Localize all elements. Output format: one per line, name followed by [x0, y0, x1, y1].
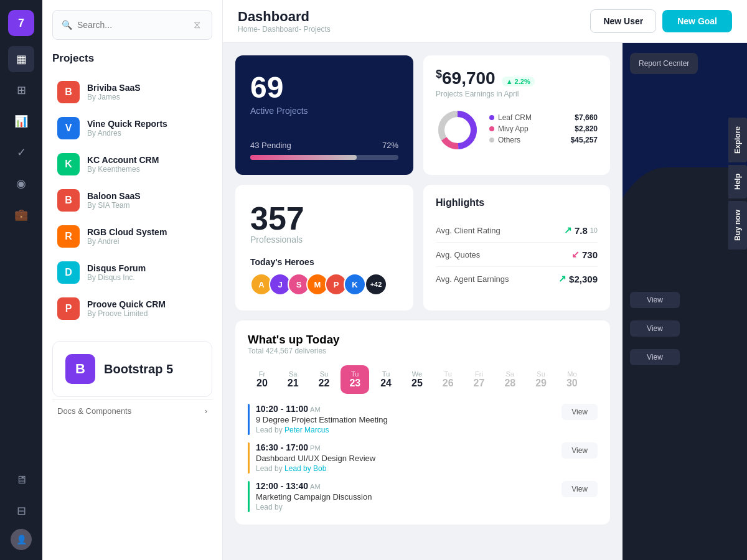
event-lead-link[interactable]: Lead by Bob [284, 464, 326, 473]
avatar: K [344, 273, 366, 296]
day-name: Sa [506, 370, 514, 378]
buy-now-tab[interactable]: Buy now [728, 201, 747, 250]
project-name: RGB Cloud System [87, 227, 167, 237]
legend-item: Mivy App $2,820 [489, 124, 598, 133]
search-input[interactable] [77, 20, 186, 30]
professionals-label: Professionals [250, 235, 398, 245]
new-user-button[interactable]: New User [590, 9, 656, 33]
main-area: Dashboard Home- Dashboard- Projects New … [223, 0, 747, 560]
event-line [248, 442, 250, 474]
legend-item: Others $45,257 [489, 136, 598, 144]
legend-dot [489, 115, 494, 120]
day-name: Fri [475, 370, 483, 378]
project-logo: P [57, 297, 80, 320]
project-logo: B [57, 189, 80, 212]
day-name: Tu [351, 370, 359, 378]
event-view: View [561, 442, 598, 459]
calendar-day[interactable]: Sa 21 [279, 365, 308, 394]
donut-chart [436, 108, 479, 152]
project-item[interactable]: R RGB Cloud System By Andrei [52, 219, 212, 254]
professionals-card: 357 Professionals Today's Heroes AJSMPK+… [235, 185, 413, 310]
projects-list: B Briviba SaaS By James V Vine Quick Rep… [52, 75, 212, 326]
calendar-day[interactable]: We 25 [403, 365, 431, 394]
event-time: 16:30 - 17:00PM [256, 442, 555, 452]
calendar-day[interactable]: Sa 28 [496, 365, 524, 394]
event-view-button[interactable]: View [561, 404, 598, 420]
calendar-day[interactable]: Tu 23 [341, 365, 369, 394]
calendar-day[interactable]: Mo 30 [558, 365, 586, 394]
nav-icon-monitor[interactable]: 🖥 [8, 467, 34, 493]
project-name: Briviba SaaS [87, 83, 141, 93]
project-name: Proove Quick CRM [87, 299, 166, 309]
project-item[interactable]: V Vine Quick Reports By Andres [52, 111, 212, 146]
nav-icon-briefcase[interactable]: 💼 [8, 202, 34, 228]
nav-icon-grid[interactable]: ⊞ [8, 77, 34, 103]
calendar-day[interactable]: Su 29 [527, 365, 555, 394]
whatsup-title: What's up Today [248, 333, 598, 347]
project-info: KC Account CRM By Keenthemes [87, 155, 159, 174]
user-avatar[interactable]: 👤 [11, 529, 32, 550]
highlight-row: Avg. Client Rating ↗ 7.8 10 [436, 218, 598, 243]
event-lead-link[interactable]: Peter Marcus [284, 426, 329, 434]
bootstrap-logo: B [65, 354, 95, 384]
report-center-button[interactable]: Report Cecnter [630, 53, 698, 74]
new-goal-button[interactable]: New Goal [662, 10, 732, 32]
day-number: 21 [288, 378, 299, 389]
event-body: 16:30 - 17:00PM Dashboard UI/UX Design R… [256, 442, 555, 473]
project-info: Baloon SaaS By SIA Team [87, 191, 141, 210]
right-view-button-1[interactable]: View [630, 292, 680, 308]
event-title: Dashboard UI/UX Design Review [256, 454, 555, 463]
highlight-row: Avg. Agent Earnings ↗ $2,309 [436, 267, 598, 291]
nav-icon-layers[interactable]: ◉ [8, 170, 34, 197]
day-name: Sa [289, 370, 297, 378]
top-row: 69 Active Projects 43 Pending 72% [235, 55, 610, 175]
legend-label: Leaf CRM [498, 113, 575, 122]
event-item: 10:20 - 11:00AM 9 Degree Project Estimat… [248, 404, 598, 435]
day-name: Mo [567, 370, 576, 378]
calendar-day[interactable]: Su 22 [310, 365, 339, 394]
earnings-card: $69,700 ▲ 2.2% Projects Earnings in Apri… [423, 55, 610, 175]
right-view-button-2[interactable]: View [630, 320, 680, 337]
nav-icon-check[interactable]: ✓ [8, 139, 34, 166]
nav-icon-chart[interactable]: 📊 [8, 108, 34, 134]
docs-bar[interactable]: Docs & Components › [52, 399, 212, 422]
event-lead: Lead by [256, 503, 555, 511]
earnings-badge: ▲ 2.2% [502, 77, 535, 86]
project-name: KC Account CRM [87, 155, 159, 165]
event-ampm: PM [310, 444, 321, 452]
project-logo: D [57, 261, 80, 284]
docs-label: Docs & Components [57, 406, 131, 416]
explore-tab[interactable]: Explore [728, 118, 747, 162]
progress-pct: 72% [382, 141, 398, 150]
help-tab[interactable]: Help [728, 165, 747, 198]
project-item[interactable]: B Baloon SaaS By SIA Team [52, 183, 212, 218]
sidebar: 🔍 ⧖ Projects B Briviba SaaS By James V V… [42, 0, 223, 560]
project-item[interactable]: K KC Account CRM By Keenthemes [52, 147, 212, 182]
nav-icon-grid2[interactable]: ⊟ [8, 498, 34, 524]
calendar-day[interactable]: Tu 26 [434, 365, 463, 394]
pending-label: 43 Pending [250, 141, 291, 150]
project-item[interactable]: P Proove Quick CRM By Proove Limited [52, 291, 212, 326]
event-view-button[interactable]: View [561, 481, 598, 497]
highlights-title: Highlights [436, 197, 598, 208]
event-title: 9 Degree Project Estimation Meeting [256, 415, 555, 424]
nav-avatar[interactable]: 7 [8, 10, 34, 36]
calendar-day[interactable]: Fri 27 [465, 365, 494, 394]
nav-icon-dashboard[interactable]: ▦ [8, 46, 34, 72]
right-panel-tabs: Explore Help Buy now [728, 118, 747, 252]
right-view-button-3[interactable]: View [630, 349, 680, 365]
heroes-section: Today's Heroes AJSMPK+42 [250, 257, 398, 296]
legend-value: $45,257 [571, 136, 598, 144]
project-item[interactable]: D Disqus Forum By Disqus Inc. [52, 255, 212, 290]
project-info: Proove Quick CRM By Proove Limited [87, 299, 166, 318]
calendar-day[interactable]: Tu 24 [372, 365, 400, 394]
progress-bar-bg [250, 155, 398, 160]
calendar-day[interactable]: Fr 20 [248, 365, 276, 394]
filter-button[interactable]: ⧖ [191, 17, 203, 33]
project-item[interactable]: B Briviba SaaS By James [52, 75, 212, 110]
event-view-button[interactable]: View [561, 442, 598, 459]
legend-item: Leaf CRM $7,660 [489, 113, 598, 122]
search-bar: 🔍 ⧖ [52, 10, 212, 40]
project-name: Disqus Forum [87, 263, 146, 273]
project-logo: R [57, 225, 80, 248]
